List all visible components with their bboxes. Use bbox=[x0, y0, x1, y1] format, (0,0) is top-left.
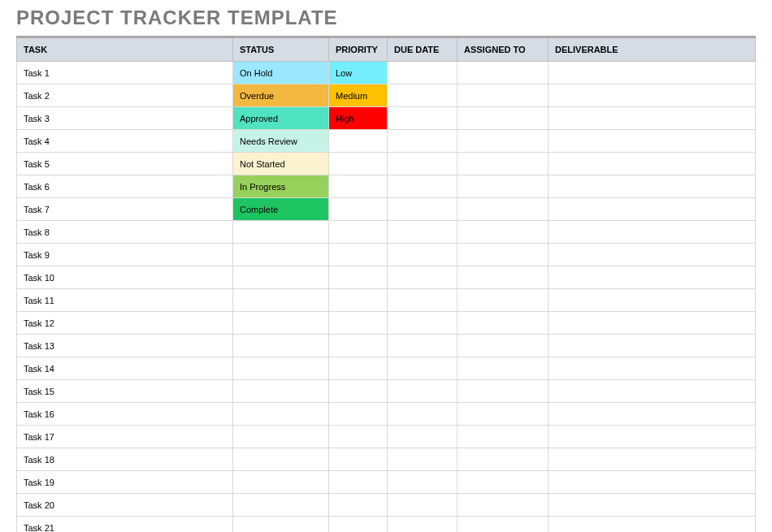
cell-deliverable[interactable] bbox=[549, 380, 756, 403]
cell-assigned[interactable] bbox=[458, 403, 549, 426]
cell-priority[interactable] bbox=[329, 335, 388, 357]
cell-due[interactable] bbox=[388, 312, 458, 335]
cell-task[interactable]: Task 7 bbox=[17, 198, 233, 221]
cell-status[interactable]: On Hold bbox=[233, 62, 329, 84]
cell-due[interactable] bbox=[388, 175, 458, 198]
cell-status[interactable] bbox=[233, 221, 329, 244]
cell-priority[interactable] bbox=[329, 130, 388, 153]
cell-due[interactable] bbox=[388, 403, 458, 426]
cell-status[interactable]: Approved bbox=[233, 107, 329, 130]
cell-assigned[interactable] bbox=[458, 494, 549, 517]
cell-due[interactable] bbox=[388, 289, 458, 312]
cell-status[interactable] bbox=[233, 517, 329, 533]
cell-task[interactable]: Task 12 bbox=[17, 312, 233, 335]
cell-status[interactable] bbox=[233, 448, 329, 471]
cell-deliverable[interactable] bbox=[549, 335, 756, 357]
cell-assigned[interactable] bbox=[458, 426, 549, 448]
cell-task[interactable]: Task 20 bbox=[17, 494, 233, 517]
cell-priority[interactable]: High bbox=[329, 107, 388, 130]
cell-status[interactable] bbox=[233, 471, 329, 494]
cell-deliverable[interactable] bbox=[549, 471, 756, 494]
cell-status[interactable]: Not Started bbox=[233, 153, 329, 175]
cell-assigned[interactable] bbox=[458, 448, 549, 471]
cell-status[interactable] bbox=[233, 494, 329, 517]
cell-task[interactable]: Task 6 bbox=[17, 175, 233, 198]
cell-deliverable[interactable] bbox=[549, 517, 756, 533]
cell-task[interactable]: Task 1 bbox=[17, 62, 233, 84]
cell-deliverable[interactable] bbox=[549, 403, 756, 426]
cell-task[interactable]: Task 9 bbox=[17, 244, 233, 266]
cell-priority[interactable] bbox=[329, 198, 388, 221]
cell-status[interactable] bbox=[233, 380, 329, 403]
cell-assigned[interactable] bbox=[458, 266, 549, 289]
cell-deliverable[interactable] bbox=[549, 448, 756, 471]
cell-deliverable[interactable] bbox=[549, 312, 756, 335]
cell-deliverable[interactable] bbox=[549, 266, 756, 289]
cell-priority[interactable] bbox=[329, 312, 388, 335]
cell-priority[interactable] bbox=[329, 289, 388, 312]
cell-assigned[interactable] bbox=[458, 471, 549, 494]
cell-deliverable[interactable] bbox=[549, 153, 756, 175]
cell-priority[interactable] bbox=[329, 448, 388, 471]
cell-deliverable[interactable] bbox=[549, 494, 756, 517]
cell-priority[interactable]: Low bbox=[329, 62, 388, 84]
cell-task[interactable]: Task 10 bbox=[17, 266, 233, 289]
cell-deliverable[interactable] bbox=[549, 198, 756, 221]
cell-priority[interactable] bbox=[329, 471, 388, 494]
cell-assigned[interactable] bbox=[458, 289, 549, 312]
cell-due[interactable] bbox=[388, 335, 458, 357]
cell-due[interactable] bbox=[388, 380, 458, 403]
cell-due[interactable] bbox=[388, 471, 458, 494]
cell-assigned[interactable] bbox=[458, 335, 549, 357]
cell-assigned[interactable] bbox=[458, 312, 549, 335]
cell-assigned[interactable] bbox=[458, 107, 549, 130]
cell-deliverable[interactable] bbox=[549, 289, 756, 312]
cell-priority[interactable] bbox=[329, 175, 388, 198]
cell-due[interactable] bbox=[388, 426, 458, 448]
cell-task[interactable]: Task 2 bbox=[17, 84, 233, 107]
cell-assigned[interactable] bbox=[458, 517, 549, 533]
cell-priority[interactable] bbox=[329, 380, 388, 403]
cell-due[interactable] bbox=[388, 84, 458, 107]
cell-due[interactable] bbox=[388, 221, 458, 244]
cell-status[interactable] bbox=[233, 244, 329, 266]
cell-status[interactable] bbox=[233, 426, 329, 448]
cell-priority[interactable] bbox=[329, 357, 388, 380]
cell-assigned[interactable] bbox=[458, 244, 549, 266]
cell-priority[interactable] bbox=[329, 403, 388, 426]
cell-priority[interactable] bbox=[329, 426, 388, 448]
cell-assigned[interactable] bbox=[458, 357, 549, 380]
cell-assigned[interactable] bbox=[458, 153, 549, 175]
cell-task[interactable]: Task 16 bbox=[17, 403, 233, 426]
cell-status[interactable]: Overdue bbox=[233, 84, 329, 107]
cell-task[interactable]: Task 15 bbox=[17, 380, 233, 403]
cell-status[interactable] bbox=[233, 289, 329, 312]
cell-due[interactable] bbox=[388, 62, 458, 84]
cell-task[interactable]: Task 5 bbox=[17, 153, 233, 175]
cell-deliverable[interactable] bbox=[549, 221, 756, 244]
cell-status[interactable]: In Progress bbox=[233, 175, 329, 198]
cell-assigned[interactable] bbox=[458, 62, 549, 84]
cell-priority[interactable] bbox=[329, 244, 388, 266]
cell-due[interactable] bbox=[388, 494, 458, 517]
cell-due[interactable] bbox=[388, 198, 458, 221]
cell-due[interactable] bbox=[388, 153, 458, 175]
cell-assigned[interactable] bbox=[458, 380, 549, 403]
cell-task[interactable]: Task 8 bbox=[17, 221, 233, 244]
cell-deliverable[interactable] bbox=[549, 84, 756, 107]
cell-priority[interactable] bbox=[329, 221, 388, 244]
cell-task[interactable]: Task 13 bbox=[17, 335, 233, 357]
cell-deliverable[interactable] bbox=[549, 357, 756, 380]
cell-task[interactable]: Task 19 bbox=[17, 471, 233, 494]
cell-priority[interactable]: Medium bbox=[329, 84, 388, 107]
cell-task[interactable]: Task 17 bbox=[17, 426, 233, 448]
cell-due[interactable] bbox=[388, 266, 458, 289]
cell-task[interactable]: Task 14 bbox=[17, 357, 233, 380]
cell-deliverable[interactable] bbox=[549, 175, 756, 198]
cell-status[interactable]: Needs Review bbox=[233, 130, 329, 153]
cell-due[interactable] bbox=[388, 130, 458, 153]
cell-priority[interactable] bbox=[329, 266, 388, 289]
cell-assigned[interactable] bbox=[458, 84, 549, 107]
cell-priority[interactable] bbox=[329, 517, 388, 533]
cell-assigned[interactable] bbox=[458, 130, 549, 153]
